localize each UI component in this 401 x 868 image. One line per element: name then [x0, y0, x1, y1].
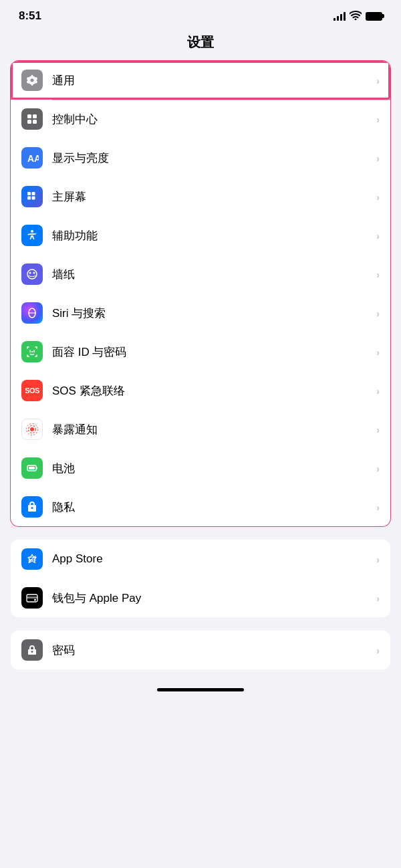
sos-icon: SOS — [21, 380, 43, 401]
battery-chevron: › — [376, 463, 380, 474]
sos-chevron: › — [376, 385, 380, 397]
svg-point-10 — [27, 269, 37, 279]
appstore-icon — [21, 548, 43, 570]
settings-item-privacy[interactable]: 隐私 › — [11, 487, 390, 526]
siri-icon — [21, 302, 43, 324]
status-icons — [333, 11, 382, 22]
settings-group-store: App Store › 钱包与 Apple Pay › — [11, 540, 390, 617]
control-center-chevron: › — [376, 114, 380, 125]
control-center-icon — [21, 108, 43, 130]
settings-item-homescreen[interactable]: 主屏幕 › — [11, 177, 390, 216]
faceid-chevron: › — [376, 346, 380, 358]
svg-rect-1 — [33, 114, 37, 118]
battery-settings-icon — [21, 457, 43, 479]
settings-item-general[interactable]: 通用 › — [11, 61, 390, 100]
battery-icon — [366, 12, 382, 21]
battery-label: 电池 — [52, 461, 371, 476]
settings-item-display[interactable]: AA 显示与亮度 › — [11, 138, 390, 177]
general-label: 通用 — [52, 73, 371, 88]
wallet-chevron: › — [376, 592, 380, 604]
privacy-chevron: › — [376, 502, 380, 513]
homescreen-icon — [21, 186, 43, 207]
wallet-icon — [21, 587, 43, 609]
passwords-label: 密码 — [52, 643, 371, 658]
svg-text:AA: AA — [27, 153, 39, 164]
svg-point-24 — [34, 599, 36, 601]
settings-group-main: 通用 › 控制中心 › AA 显示与亮度 › — [11, 61, 390, 526]
settings-item-wallet[interactable]: 钱包与 Apple Pay › — [11, 578, 390, 617]
settings-item-control-center[interactable]: 控制中心 › — [11, 100, 390, 138]
svg-point-9 — [31, 230, 33, 233]
appstore-chevron: › — [376, 554, 380, 565]
home-indicator — [0, 683, 401, 694]
appstore-label: App Store — [52, 552, 371, 566]
settings-item-wallpaper[interactable]: 墙纸 › — [11, 255, 390, 294]
display-icon: AA — [21, 147, 43, 169]
accessibility-chevron: › — [376, 230, 380, 241]
general-chevron: › — [376, 75, 380, 86]
svg-point-16 — [30, 427, 34, 431]
status-time: 8:51 — [19, 9, 41, 23]
settings-item-battery[interactable]: 电池 › — [11, 449, 390, 487]
wifi-icon — [350, 11, 362, 22]
home-bar — [157, 688, 244, 691]
display-label: 显示与亮度 — [52, 150, 371, 166]
general-icon — [21, 70, 43, 91]
svg-rect-3 — [33, 120, 37, 124]
siri-chevron: › — [376, 308, 380, 319]
accessibility-label: 辅助功能 — [52, 228, 371, 243]
passwords-icon — [21, 639, 43, 661]
accessibility-icon — [21, 225, 43, 246]
settings-item-passwords[interactable]: 密码 › — [11, 631, 390, 669]
passwords-chevron: › — [376, 645, 380, 656]
privacy-label: 隐私 — [52, 500, 371, 515]
page-title: 设置 — [0, 28, 401, 61]
faceid-label: 面容 ID 与密码 — [52, 344, 371, 360]
wallpaper-icon — [21, 263, 43, 285]
display-chevron: › — [376, 152, 380, 164]
privacy-icon — [21, 496, 43, 518]
exposure-icon — [21, 419, 43, 440]
homescreen-label: 主屏幕 — [52, 189, 371, 205]
settings-item-siri[interactable]: Siri 与搜索 › — [11, 294, 390, 332]
svg-rect-20 — [29, 467, 35, 469]
homescreen-chevron: › — [376, 191, 380, 203]
svg-rect-23 — [27, 596, 37, 599]
status-bar: 8:51 — [0, 0, 401, 28]
control-center-label: 控制中心 — [52, 112, 371, 127]
svg-point-12 — [33, 272, 35, 274]
settings-item-accessibility[interactable]: 辅助功能 › — [11, 216, 390, 255]
svg-rect-21 — [36, 467, 37, 469]
wallpaper-chevron: › — [376, 269, 380, 280]
faceid-icon — [21, 341, 43, 362]
settings-item-faceid[interactable]: 面容 ID 与密码 › — [11, 332, 390, 371]
svg-rect-0 — [27, 114, 31, 118]
siri-label: Siri 与搜索 — [52, 306, 371, 321]
signal-icon — [333, 11, 346, 21]
svg-rect-7 — [27, 197, 31, 200]
svg-rect-2 — [27, 120, 31, 124]
settings-item-sos[interactable]: SOS SOS 紧急联络 › — [11, 371, 390, 410]
sos-label: SOS 紧急联络 — [52, 383, 371, 399]
svg-rect-8 — [32, 197, 35, 200]
wallet-label: 钱包与 Apple Pay — [52, 590, 371, 606]
wallpaper-label: 墙纸 — [52, 267, 371, 282]
exposure-label: 暴露通知 — [52, 422, 371, 437]
settings-item-appstore[interactable]: App Store › — [11, 540, 390, 578]
settings-item-exposure[interactable]: 暴露通知 › — [11, 410, 390, 449]
svg-point-15 — [32, 352, 33, 352]
settings-group-passwords: 密码 › — [11, 631, 390, 669]
svg-rect-5 — [27, 192, 31, 195]
svg-point-11 — [29, 272, 31, 274]
exposure-chevron: › — [376, 424, 380, 435]
svg-rect-6 — [32, 192, 35, 195]
